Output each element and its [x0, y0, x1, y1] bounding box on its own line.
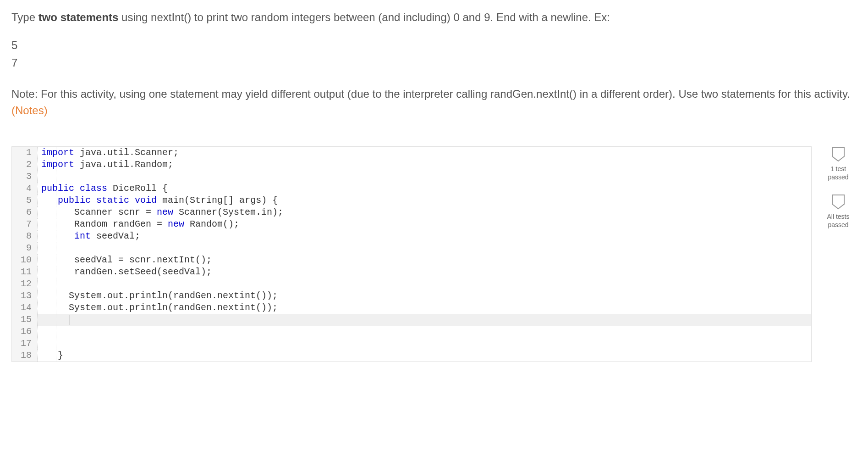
code-line[interactable]: 6 Scanner scnr = new Scanner(System.in); [12, 206, 811, 218]
code-content[interactable]: } [37, 350, 811, 361]
line-number: 14 [12, 302, 37, 314]
test-badges: 1 test passed All tests passed [820, 146, 857, 229]
code-content[interactable]: Scanner scnr = new Scanner(System.in); [37, 206, 811, 218]
code-line[interactable]: 16 [12, 326, 811, 338]
code-line[interactable]: 15 [12, 314, 811, 326]
line-number: 10 [12, 254, 37, 266]
line-number: 16 [12, 326, 37, 338]
line-number: 15 [12, 314, 37, 326]
note-text: Note: For this activity, using one state… [11, 86, 857, 119]
code-content[interactable]: int seedVal; [37, 230, 811, 242]
instruction-suffix: using nextInt() to print two random inte… [118, 11, 610, 23]
instruction-prefix: Type [11, 11, 38, 23]
shield-icon [831, 194, 845, 210]
code-content[interactable]: public static void main(String[] args) { [37, 195, 811, 206]
code-content[interactable]: seedVal = scnr.nextInt(); [37, 254, 811, 266]
line-number: 1 [12, 147, 37, 159]
code-content[interactable]: System.out.println(randGen.nextint()); [37, 290, 811, 302]
code-content[interactable] [37, 338, 811, 350]
code-line[interactable]: 12 [12, 278, 811, 290]
note-body: Note: For this activity, using one state… [11, 88, 850, 100]
code-line[interactable]: 9 [12, 242, 811, 254]
code-content[interactable]: System.out.println(randGen.nextint()); [37, 302, 811, 314]
code-line[interactable]: 2import java.util.Random; [12, 159, 811, 171]
badge-label: 1 test passed [828, 165, 848, 181]
code-content[interactable]: import java.util.Random; [37, 159, 811, 171]
code-line[interactable]: 18 } [12, 350, 811, 361]
code-content[interactable]: public class DiceRoll { [37, 183, 811, 195]
line-number: 6 [12, 206, 37, 218]
code-content[interactable] [37, 278, 811, 290]
line-number: 11 [12, 266, 37, 278]
code-line[interactable]: 17 [12, 338, 811, 350]
example-output: 5 7 [11, 37, 857, 72]
code-line[interactable]: 13 System.out.println(randGen.nextint())… [12, 290, 811, 302]
code-line[interactable]: 7 Random randGen = new Random(); [12, 218, 811, 230]
code-line[interactable]: 14 System.out.println(randGen.nextint())… [12, 302, 811, 314]
code-line[interactable]: 5 public static void main(String[] args)… [12, 195, 811, 206]
line-number: 9 [12, 242, 37, 254]
code-content[interactable] [37, 314, 811, 326]
example-line-2: 7 [11, 54, 857, 72]
line-number: 3 [12, 171, 37, 183]
line-number: 4 [12, 183, 37, 195]
text-cursor [70, 315, 70, 325]
instruction-bold: two statements [38, 11, 119, 23]
content-wrapper: 1import java.util.Scanner;2import java.u… [11, 146, 857, 362]
notes-link[interactable]: (Notes) [11, 104, 48, 117]
one-test-passed-badge: 1 test passed [828, 146, 848, 181]
badge-label: All tests passed [827, 212, 849, 229]
line-number: 2 [12, 159, 37, 171]
line-number: 8 [12, 230, 37, 242]
line-number: 5 [12, 195, 37, 206]
code-content[interactable] [37, 171, 811, 183]
line-number: 12 [12, 278, 37, 290]
code-line[interactable]: 1import java.util.Scanner; [12, 147, 811, 159]
instruction-text: Type two statements using nextInt() to p… [11, 9, 857, 26]
code-editor[interactable]: 1import java.util.Scanner;2import java.u… [11, 146, 812, 362]
shield-icon [831, 146, 845, 162]
example-line-1: 5 [11, 37, 857, 54]
code-content[interactable] [37, 326, 811, 338]
code-line[interactable]: 10 seedVal = scnr.nextInt(); [12, 254, 811, 266]
line-number: 13 [12, 290, 37, 302]
line-number: 7 [12, 218, 37, 230]
line-number: 18 [12, 350, 37, 361]
code-line[interactable]: 11 randGen.setSeed(seedVal); [12, 266, 811, 278]
all-tests-passed-badge: All tests passed [827, 194, 849, 229]
code-content[interactable]: randGen.setSeed(seedVal); [37, 266, 811, 278]
code-line[interactable]: 3 [12, 171, 811, 183]
line-number: 17 [12, 338, 37, 350]
code-line[interactable]: 4public class DiceRoll { [12, 183, 811, 195]
code-content[interactable] [37, 242, 811, 254]
code-content[interactable]: import java.util.Scanner; [37, 147, 811, 159]
code-content[interactable]: Random randGen = new Random(); [37, 218, 811, 230]
code-line[interactable]: 8 int seedVal; [12, 230, 811, 242]
